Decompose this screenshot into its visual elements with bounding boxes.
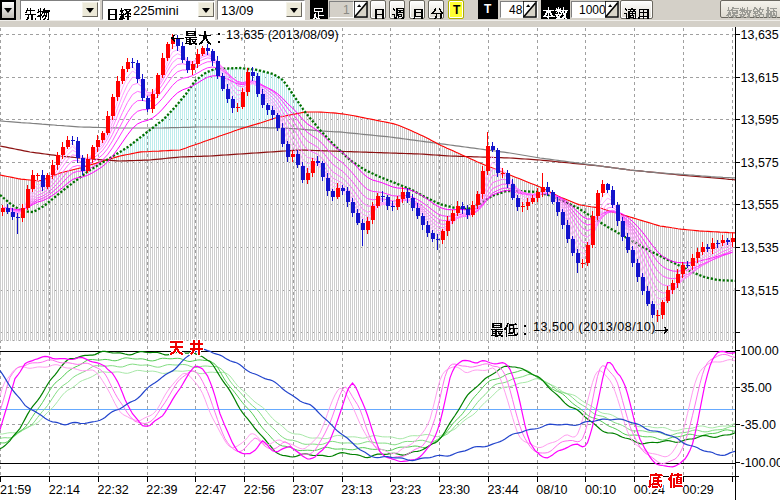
svg-text:100.00: 100.00 <box>741 344 779 358</box>
svg-text:22:32: 22:32 <box>98 483 129 497</box>
svg-text:-35.00: -35.00 <box>741 418 776 432</box>
svg-text:13,500 (2013/08/10): 13,500 (2013/08/10) <box>533 320 656 334</box>
svg-text:08/10: 08/10 <box>536 483 567 497</box>
svg-text:13,575: 13,575 <box>741 156 779 170</box>
svg-text:22:39: 22:39 <box>146 483 177 497</box>
svg-text:22:47: 22:47 <box>195 483 226 497</box>
svg-text:23:13: 23:13 <box>341 483 372 497</box>
svg-text:23:44: 23:44 <box>488 483 519 497</box>
svg-text:21:59: 21:59 <box>0 483 31 497</box>
svg-text:13,535: 13,535 <box>741 241 779 255</box>
svg-text:22:56: 22:56 <box>244 483 275 497</box>
svg-text:13,615: 13,615 <box>741 71 779 85</box>
svg-text:-100.00: -100.00 <box>741 456 780 470</box>
svg-text:13,595: 13,595 <box>741 113 779 127</box>
svg-text:13,635 (2013/08/09): 13,635 (2013/08/09) <box>226 28 339 42</box>
svg-text:23:23: 23:23 <box>390 483 421 497</box>
svg-text:23:30: 23:30 <box>439 483 470 497</box>
svg-text:00:10: 00:10 <box>585 483 616 497</box>
svg-text:23:07: 23:07 <box>293 483 324 497</box>
svg-text:13,555: 13,555 <box>741 198 779 212</box>
svg-text:22:14: 22:14 <box>49 483 80 497</box>
svg-text:13,635: 13,635 <box>741 28 779 42</box>
svg-text:13,515: 13,515 <box>741 284 779 298</box>
svg-text:00:29: 00:29 <box>683 483 714 497</box>
svg-text:35.00: 35.00 <box>741 381 772 395</box>
